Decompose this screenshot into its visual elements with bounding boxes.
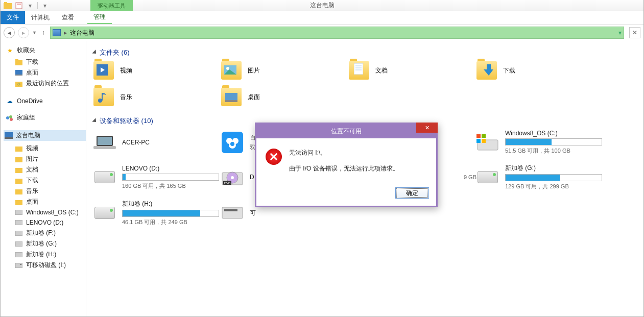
sidebar-favorites[interactable]: ★ 收藏夹 [6,46,86,55]
folder-icon [15,58,23,66]
baidu-cloud-icon [221,134,244,151]
tab-view[interactable]: 查看 [56,11,80,24]
back-button[interactable]: ◄ [4,27,15,38]
folder-desktop[interactable]: 桌面 [221,88,349,106]
folder-icon [15,198,23,206]
explorer-icon [4,2,12,10]
nav-bar: ◄ ► ▼ ↑ ▸ 这台电脑 ▾ ✕ [1,25,643,41]
drive-icon [15,240,23,248]
svg-rect-23 [15,231,22,236]
sidebar-item-drive-h[interactable]: 新加卷 (H:) [6,249,86,260]
sidebar-item-drive-i[interactable]: 可移动磁盘 (I:) [6,260,86,271]
up-button[interactable]: ↑ [40,29,47,36]
tab-file[interactable]: 文件 [1,11,25,24]
qat-dropdown-icon[interactable]: ▾ [26,2,34,10]
device-drive-d[interactable]: LENOVO (D:)160 GB 可用，共 165 GB [93,164,221,190]
section-folders[interactable]: 文件夹 (6) [93,48,636,57]
pc-icon [5,132,13,140]
sidebar-item-recent[interactable]: ⟳最近访问的位置 [6,78,86,89]
sidebar-item-documents[interactable]: 文档 [6,164,86,175]
breadcrumb[interactable]: 这台电脑 [70,29,94,37]
svg-rect-42 [98,137,112,145]
dialog-message: 无法访问 I:\。 由于 I/O 设备错误，无法运行此项请求。 [289,149,399,180]
sidebar-item-drive-c[interactable]: Windows8_OS (C:) [6,207,86,217]
svg-point-10 [6,116,9,119]
sidebar-item-pictures[interactable]: 图片 [6,154,86,164]
sidebar-item-downloads2[interactable]: 下载 [6,175,86,186]
svg-rect-18 [15,179,22,184]
address-bar[interactable]: ▸ 这台电脑 ▾ [50,27,624,39]
sidebar-item-desktop2[interactable]: 桌面 [6,197,86,207]
device-drive-g[interactable]: 新加卷 (G:)129 GB 可用，共 299 GB [476,164,604,190]
svg-rect-7 [15,75,22,76]
svg-rect-25 [15,252,22,257]
folder-videos[interactable]: 视频 [93,61,221,80]
breadcrumb-sep-icon: ▸ [64,29,67,36]
svg-rect-40 [225,100,237,102]
folder-downloads[interactable]: 下载 [476,61,604,80]
sidebar-item-music[interactable]: 音乐 [6,186,86,197]
folder-icon [15,177,23,185]
svg-rect-16 [15,157,22,162]
error-dialog: 位置不可用 ✕ 无法访问 I:\。 由于 I/O 设备错误，无法运行此项请求。 … [255,123,438,207]
svg-rect-43 [93,146,116,149]
svg-rect-5 [15,59,18,61]
address-dropdown-icon[interactable]: ▾ [618,29,622,36]
svg-rect-21 [15,210,22,215]
properties-icon[interactable] [15,2,23,10]
folder-music[interactable]: 音乐 [93,88,221,106]
quick-access-toolbar: ▾ ▾ [1,2,52,10]
homegroup-icon [6,114,14,122]
window-title: 这台电脑 [310,1,335,10]
svg-rect-54 [482,139,486,143]
collapse-icon [92,118,98,124]
recent-dropdown-icon[interactable]: ▼ [32,30,37,35]
laptop-icon [93,134,116,151]
pc-icon [53,29,61,36]
drive-icon [15,208,23,216]
dialog-close-button[interactable]: ✕ [416,123,438,133]
sidebar-this-pc[interactable]: 这台电脑 [4,130,86,141]
sidebar-item-drive-d[interactable]: LENOVO (D:) [6,217,86,228]
svg-rect-1 [4,2,7,4]
svg-rect-60 [222,207,243,218]
ribbon-tabs: 文件 计算机 查看 管理 [1,11,643,25]
folder-documents[interactable]: 文档 [349,61,476,80]
svg-rect-27 [20,264,21,265]
sidebar-item-drive-g[interactable]: 新加卷 (G:) [6,238,86,249]
folder-icon [15,187,23,196]
star-icon: ★ [6,46,14,55]
svg-rect-33 [354,63,363,75]
device-drive-c[interactable]: Windows8_OS (C:)51.5 GB 可用，共 100 GB [476,130,604,155]
svg-rect-3 [17,4,21,5]
hdd-icon [476,168,499,186]
removable-drive-icon [221,204,244,222]
svg-rect-15 [15,147,22,152]
folder-pictures[interactable]: 图片 [221,61,349,80]
qat-overflow-icon[interactable]: ▾ [41,2,49,10]
svg-rect-26 [15,263,22,268]
svg-rect-4 [15,60,22,65]
tab-manage[interactable]: 管理 [87,11,112,24]
sidebar-onedrive[interactable]: ☁ OneDrive [6,97,86,105]
refresh-stop-button[interactable]: ✕ [629,27,640,38]
dvd-icon: DVD [221,168,244,186]
sidebar-item-downloads[interactable]: 下载 [6,57,86,67]
device-acer-pc[interactable]: ACER-PC [93,130,221,155]
forward-button[interactable]: ► [18,27,29,38]
sidebar-homegroup[interactable]: 家庭组 [6,113,86,122]
folder-icon [15,166,23,174]
collapse-icon [92,50,98,55]
tab-computer[interactable]: 计算机 [25,11,56,24]
svg-rect-39 [225,93,237,100]
svg-point-57 [231,176,234,179]
svg-point-37 [98,99,102,103]
svg-rect-24 [15,241,22,247]
svg-rect-51 [476,134,481,138]
ok-button[interactable]: 确定 [395,187,429,199]
sidebar-item-desktop[interactable]: 桌面 [6,67,86,78]
sidebar-item-videos[interactable]: 视频 [6,143,86,154]
dialog-titlebar[interactable]: 位置不可用 ✕ [256,124,436,138]
sidebar-item-drive-f[interactable]: 新加卷 (F:) [6,228,86,238]
device-drive-h[interactable]: 新加卷 (H:)46.1 GB 可用，共 249 GB [93,200,221,226]
